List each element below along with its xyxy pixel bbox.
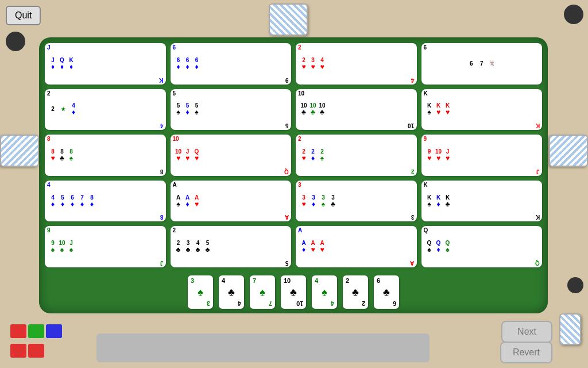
quit-button[interactable]: Quit	[6, 6, 41, 25]
card-group-1[interactable]: J J♦ Q♦ K♦ K	[45, 43, 166, 85]
top-deck[interactable]	[269, 3, 308, 36]
game-table: J J♦ Q♦ K♦ K 6 6♦ 6♦ 6♦ 9 2 2♥ 3♥ 4♥	[39, 37, 548, 313]
card-group-9[interactable]: 8 8♥ 8♣ 8♠ 8	[45, 135, 166, 176]
color-red	[10, 324, 26, 338]
bottom-right-small-card[interactable]	[559, 313, 582, 348]
revert-button[interactable]: Revert	[500, 342, 552, 363]
color-red-1	[10, 344, 26, 358]
bottom-card-6[interactable]: 2 ♣ 2	[343, 275, 368, 309]
card-group-3[interactable]: 2 2♥ 3♥ 4♥ 4	[296, 43, 417, 85]
color-bar-red[interactable]	[10, 344, 44, 358]
color-blue	[46, 324, 62, 338]
circle-top-left	[6, 32, 25, 51]
card-group-6[interactable]: 5 5♠ 5♦ 5♠ 5	[171, 89, 292, 131]
card-group-16[interactable]: K K♠ K♦ K♣ K	[421, 181, 543, 222]
card-group-12[interactable]: 9 9♥ 10♥ J♥ J	[421, 135, 543, 176]
side-deck-left[interactable]	[3, 131, 36, 170]
bottom-card-5[interactable]: 4 ♠ 4	[312, 275, 337, 309]
message-area[interactable]	[96, 334, 430, 362]
bottom-card-4[interactable]: 10 ♣ 10	[281, 275, 306, 309]
card-group-7[interactable]: 10 10♣ 10♣ 10♣ 10	[296, 89, 417, 131]
card-group-2[interactable]: 6 6♦ 6♦ 6♦ 9	[171, 43, 292, 85]
card-group-20[interactable]: Q Q♠ Q♦ Q♠ Q	[421, 226, 543, 267]
card-group-18[interactable]: 2 2♣ 3♣ 4♣ 5♣ 5	[171, 226, 292, 267]
bottom-card-3[interactable]: 7 ♠ 7	[250, 275, 275, 309]
card-group-10[interactable]: 10 10♥ J♥ Q♥ Q	[171, 135, 292, 176]
bottom-card-1[interactable]: 3 ♠ 3	[188, 275, 213, 309]
card-group-11[interactable]: 2 2♥ 2♦ 2♠ 2	[296, 135, 417, 176]
card-group-5[interactable]: 2 2 ★ 4♦ 4	[45, 89, 166, 131]
color-red-2	[28, 344, 44, 358]
circle-bottom-right[interactable]	[567, 277, 583, 293]
circle-top-right	[564, 5, 583, 24]
card-groups-area: J J♦ Q♦ K♦ K 6 6♦ 6♦ 6♦ 9 2 2♥ 3♥ 4♥	[45, 43, 542, 267]
next-button[interactable]: Next	[501, 321, 552, 343]
card-group-19[interactable]: A A♦ A♥ A♥ A	[296, 226, 417, 267]
card-group-8[interactable]: K K♠ K♥ K♥ K	[421, 89, 543, 131]
card-group-13[interactable]: 4 4♦ 5♦ 6♦ 7♦ 8♦ 8	[45, 181, 166, 222]
bottom-card-7[interactable]: 6 ♣ 6	[374, 275, 399, 309]
card-group-15[interactable]: 3 3♥ 3♦ 3♠ 3♣ 3	[296, 181, 417, 222]
card-group-17[interactable]: 9 9♠ 10♠ J♠ J	[45, 226, 166, 267]
color-bar-rgb[interactable]	[10, 324, 62, 338]
card-group-14[interactable]: A A♠ A♦ A♥ A	[171, 181, 292, 222]
color-green	[28, 324, 44, 338]
bottom-card-2[interactable]: 4 ♣ 4	[219, 275, 244, 309]
bottom-cards-row: 3 ♠ 3 4 ♣ 4 7 ♠ 7 10 ♣ 10 4 ♠ 4 2 ♣ 2	[79, 275, 508, 309]
side-deck-right[interactable]	[552, 131, 585, 170]
card-group-4[interactable]: 6 6 7 🃏	[421, 43, 543, 85]
